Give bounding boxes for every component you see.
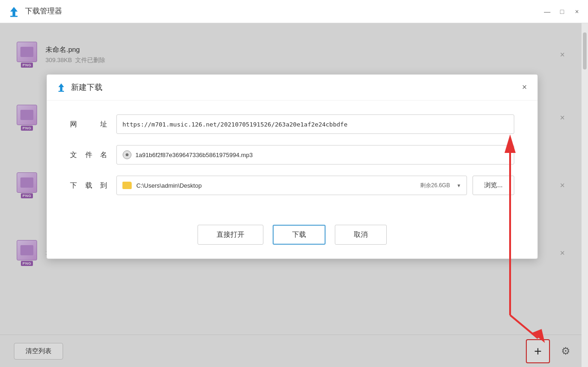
new-download-dialog: 新建下载 × 网 址 文件名 1a91b6f2f87e369647336b586…: [46, 74, 538, 259]
path-label: 下载到: [70, 181, 107, 190]
app-icon: [7, 5, 20, 18]
dropdown-arrow-icon[interactable]: ▼: [456, 183, 461, 188]
title-bar: 下载管理器 — □ ×: [0, 0, 588, 23]
scrollbar-thumb[interactable]: [583, 32, 587, 70]
folder-icon: [122, 182, 132, 189]
dialog-title: 新建下载: [71, 82, 102, 93]
cancel-button[interactable]: 取消: [335, 225, 387, 245]
title-bar-left: 下载管理器: [7, 5, 62, 18]
svg-rect-3: [58, 91, 64, 92]
path-value: C:\Users\admin\Desktop: [136, 182, 415, 189]
filename-row: 文件名 1a91b6f2f87e369647336b5861975994.mp3: [70, 145, 514, 165]
url-label: 网 址: [70, 120, 107, 129]
filename-input[interactable]: 1a91b6f2f87e369647336b5861975994.mp3: [116, 145, 514, 165]
path-input[interactable]: C:\Users\admin\Desktop 剩余26.6GB ▼: [116, 176, 467, 195]
svg-marker-2: [58, 83, 64, 91]
app-title: 下载管理器: [25, 6, 62, 16]
svg-point-6: [127, 154, 128, 155]
browse-button[interactable]: 浏览...: [473, 176, 514, 195]
open-directly-button[interactable]: 直接打开: [198, 225, 263, 245]
dialog-header: 新建下载 ×: [47, 75, 537, 101]
maximize-button[interactable]: □: [558, 8, 566, 15]
url-input[interactable]: [116, 114, 514, 134]
svg-rect-1: [10, 16, 18, 17]
path-row: 下载到 C:\Users\admin\Desktop 剩余26.6GB ▼ 浏览…: [70, 176, 514, 195]
mp3-icon: [122, 150, 132, 159]
svg-marker-0: [10, 7, 18, 16]
remaining-space: 剩余26.6GB: [420, 182, 450, 190]
window-controls: — □ ×: [543, 8, 581, 15]
dialog-body: 网 址 文件名 1a91b6f2f87e369647336b5861975994…: [47, 101, 537, 220]
filename-label: 文件名: [70, 151, 107, 159]
filename-value: 1a91b6f2f87e369647336b5861975994.mp3: [135, 152, 508, 158]
dialog-footer: 直接打开 下载 取消: [47, 220, 537, 245]
minimize-button[interactable]: —: [543, 8, 551, 15]
dialog-close-button[interactable]: ×: [519, 82, 530, 93]
scrollbar[interactable]: [582, 23, 588, 367]
url-row: 网 址: [70, 114, 514, 134]
dialog-download-icon: [56, 82, 66, 93]
download-button[interactable]: 下载: [273, 225, 326, 245]
path-input-group: C:\Users\admin\Desktop 剩余26.6GB ▼ 浏览...: [116, 176, 514, 195]
close-button[interactable]: ×: [573, 8, 581, 15]
